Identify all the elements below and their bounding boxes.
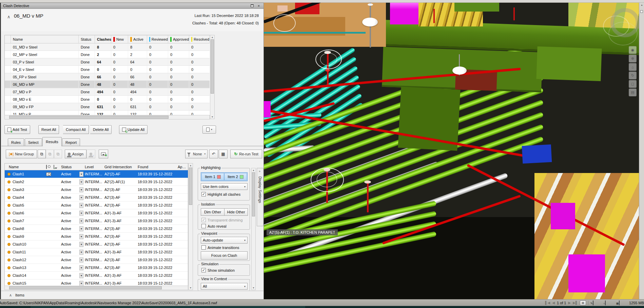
- clash-row[interactable]: Clash12 Active ▼ INTERM... A2'(3)-AF 18:…: [5, 256, 188, 264]
- clash-row[interactable]: Clash3 Active ▼ INTERM... A2'(3)-AF 18:0…: [5, 186, 188, 194]
- nav-refresh-icon[interactable]: ↻: [629, 72, 637, 79]
- tests-table-header[interactable]: Name Status Clashes New Active Reviewed …: [5, 35, 210, 43]
- clash-row[interactable]: Clash1 Active ▼ INTERM... A2'(2)-AF 18:0…: [5, 170, 188, 178]
- add-test-button[interactable]: Add Test: [4, 125, 30, 134]
- status-dropdown-icon[interactable]: ▼: [79, 242, 83, 247]
- tests-col-clashes[interactable]: Clashes: [95, 35, 111, 43]
- last-sheet-icon[interactable]: ▶▌: [573, 301, 578, 305]
- first-sheet-icon[interactable]: ▌◀: [545, 301, 550, 305]
- item1-toggle-button[interactable]: Item 1: [201, 173, 224, 180]
- clash-row[interactable]: Clash13 Active ▼ INTERM... A2'(3)-AF 18:…: [5, 264, 188, 272]
- results-vertical-scrollbar[interactable]: ▴ ▾: [188, 163, 193, 290]
- status-dropdown-icon[interactable]: ▼: [79, 257, 83, 263]
- test-row[interactable]: 01_MD v Steel Done 8 0 8 0 0 0: [5, 43, 210, 51]
- status-dropdown-icon[interactable]: ▼: [79, 179, 83, 185]
- tests-vertical-scrollbar[interactable]: ▴ ▾: [210, 35, 215, 119]
- nav-orbit-icon[interactable]: ◉: [629, 46, 637, 54]
- clash-row[interactable]: Clash9 Active ▼ INTERM... A2'(3)-AF 18:0…: [5, 233, 188, 240]
- tests-col-reviewed[interactable]: Reviewed: [147, 35, 168, 43]
- status-dropdown-icon[interactable]: ▼: [79, 226, 83, 231]
- results-col-approved[interactable]: Approved: [176, 165, 188, 169]
- status-dropdown-icon[interactable]: ▼: [79, 187, 83, 192]
- items-bar[interactable]: ∧ Items: [1, 291, 264, 299]
- clash-row[interactable]: Clash2 Active ▼ INTERM... A2'(2)-AF(1) 1…: [5, 178, 188, 186]
- delete-all-button[interactable]: Delete All: [90, 125, 112, 134]
- tests-col-resolved[interactable]: Resolved: [189, 35, 210, 43]
- animate-transitions-checkbox[interactable]: [201, 245, 206, 250]
- view-in-context-dropdown[interactable]: All▾: [201, 283, 248, 290]
- unassign-button[interactable]: [86, 150, 95, 158]
- test-row[interactable]: 05_FP v Steel Done 66 0 66 0 0 0: [5, 73, 210, 81]
- status-dropdown-icon[interactable]: ▼: [79, 211, 83, 216]
- prev-sheet-icon[interactable]: ◀: [552, 301, 555, 305]
- show-simulation-checkbox[interactable]: ✓: [201, 268, 206, 272]
- strip-up-arrow-icon[interactable]: ▲: [641, 4, 643, 6]
- status-dropdown-icon[interactable]: ▼: [79, 172, 83, 177]
- panel-titlebar[interactable]: Clash Detective ×: [1, 3, 264, 9]
- results-table-header[interactable]: Name Status Level Grid Intersection Foun…: [5, 163, 188, 170]
- panel-float-icon[interactable]: [249, 4, 255, 8]
- display-settings-tab[interactable]: » Display Settings: [257, 168, 264, 226]
- write-report-button[interactable]: ▦: [219, 150, 228, 158]
- clash-row[interactable]: Clash4 Active ▼ INTERM... A2'(3)-AF 18:0…: [5, 194, 188, 201]
- test-row[interactable]: 06_MD v MP Done 48 0 48 0 0 0: [5, 81, 210, 88]
- group-items-button[interactable]: ⧉: [38, 150, 46, 158]
- export-split-button[interactable]: ▾: [202, 126, 216, 134]
- collapse-chevron-icon[interactable]: ∧: [7, 14, 11, 19]
- tab-report[interactable]: Report: [62, 138, 80, 146]
- focus-on-clash-button[interactable]: Focus on Clash: [201, 251, 248, 259]
- camera-column-icon[interactable]: [45, 165, 52, 169]
- new-group-button[interactable]: [✱] New Group: [6, 150, 37, 158]
- tests-col-name[interactable]: Name: [11, 35, 79, 43]
- tab-select[interactable]: Select: [25, 138, 42, 146]
- results-col-level[interactable]: Level: [83, 165, 103, 169]
- nav-pan-icon[interactable]: ◻: [629, 80, 637, 88]
- status-dropdown-icon[interactable]: ▼: [79, 195, 83, 200]
- clash-row[interactable]: Clash6 Active ▼ INTERM... A3'(-3)-AF 18:…: [5, 209, 188, 217]
- status-dropdown-icon[interactable]: ▼: [79, 218, 83, 224]
- strip-panel-icon[interactable]: [640, 10, 643, 13]
- reset-all-button[interactable]: Reset All: [38, 125, 59, 134]
- rerun-test-button[interactable]: ↻ Re-run Test: [230, 150, 262, 158]
- panel-close-icon[interactable]: ×: [256, 4, 261, 8]
- status-dropdown-icon[interactable]: ▼: [79, 273, 83, 278]
- assign-button[interactable]: Assign: [65, 150, 86, 158]
- tests-col-active[interactable]: Active: [128, 35, 147, 43]
- clash-row[interactable]: Clash11 Active ▼ INTERM... A3'(-3)-AF 18…: [5, 248, 188, 256]
- viewport-3d[interactable]: ◉ ⊕ ⌂ ↻ ◻ ▤ A2'(5)-AF(1) : T.O. KITCHEN …: [264, 3, 639, 299]
- tab-rules[interactable]: Rules: [8, 138, 24, 146]
- test-row[interactable]: 08_MD v E Done 0 0 0 0 0 0: [5, 96, 210, 103]
- nav-zoom-icon[interactable]: ⊕: [629, 55, 637, 62]
- results-col-status[interactable]: Status: [60, 165, 78, 169]
- test-row[interactable]: 09_MD v FP Done 631 0 631 0 0 0: [5, 103, 210, 111]
- test-row[interactable]: 07_MD v P Done 494 0 494 0 0 0: [5, 88, 210, 96]
- results-horizontal-scrollbar[interactable]: ◂: [4, 286, 188, 290]
- status-dropdown-icon[interactable]: ▼: [79, 234, 83, 239]
- viewpoint-mode-dropdown[interactable]: Auto-update▾: [201, 237, 248, 244]
- switchback-button[interactable]: ↶: [209, 150, 218, 158]
- side-panel-scrollbar[interactable]: ▴ ▾: [251, 168, 256, 290]
- add-comment-button[interactable]: [99, 150, 108, 158]
- update-all-button[interactable]: Update All: [119, 125, 148, 134]
- next-sheet-icon[interactable]: ▶: [568, 301, 571, 305]
- status-dropdown-icon[interactable]: ▼: [79, 203, 83, 208]
- results-col-found[interactable]: Found: [136, 165, 176, 169]
- status-dropdown-icon[interactable]: ▼: [79, 281, 83, 286]
- remove-from-group-button[interactable]: ⧉: [54, 150, 62, 158]
- hide-other-button[interactable]: Hide Other: [224, 208, 248, 216]
- results-col-grid[interactable]: Grid Intersection: [103, 165, 136, 169]
- steering-wheel-icon[interactable]: [610, 8, 639, 37]
- add-to-group-button[interactable]: ⧉: [46, 150, 54, 158]
- clash-row[interactable]: Clash5 Active ▼ INTERM... A2'(3)-AF 18:0…: [5, 201, 188, 209]
- filter-dropdown[interactable]: None ▾: [185, 150, 208, 158]
- sheet-browser-icon[interactable]: ▤: [580, 301, 586, 305]
- clash-row[interactable]: Clash14 Active ▼ INTERM... A3'(-3)-AF 18…: [5, 272, 188, 280]
- status-dropdown-icon[interactable]: ▼: [79, 265, 83, 270]
- results-col-name[interactable]: Name: [5, 165, 45, 169]
- highlight-all-checkbox[interactable]: ✓: [201, 192, 206, 196]
- clash-row[interactable]: Clash7 Active ▼ INTERM... A3'(-3)-AF 18:…: [5, 217, 188, 225]
- tests-col-status[interactable]: Status: [79, 35, 95, 43]
- use-item-colors-dropdown[interactable]: Use item colors▾: [201, 183, 248, 190]
- tab-results[interactable]: Results: [42, 137, 62, 146]
- tests-col-new[interactable]: New: [111, 35, 128, 43]
